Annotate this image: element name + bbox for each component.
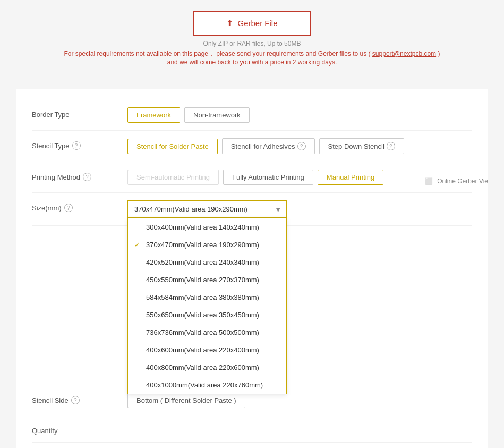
border-type-options: Framework Non-framework <box>127 107 472 123</box>
upload-section: ⬆ Gerber File Only ZIP or RAR files, Up … <box>16 11 488 66</box>
stencil-type-help-icon[interactable]: ? <box>72 141 81 150</box>
size-option-400x600[interactable]: 400x600mm(Valid area 220x400mm) <box>128 341 286 359</box>
size-option-550x650[interactable]: 550x650mm(Valid area 350x450mm) <box>128 306 286 324</box>
printing-manual[interactable]: Manual Printing <box>318 170 383 185</box>
size-row: Size(mm) ? 370x470mm(Valid area 190x290m… <box>32 193 472 226</box>
border-type-row: Border Type Framework Non-framework <box>32 100 472 131</box>
support-email-link[interactable]: support@nextpcb.com <box>372 50 436 57</box>
border-type-label: Border Type <box>32 107 127 119</box>
printing-method-options: Semi-automatic Printing Fully Automatic … <box>127 170 472 185</box>
size-option-584x584[interactable]: 584x584mm(Valid area 380x380mm) <box>128 289 286 306</box>
stencil-side-label: Stencil Side ? <box>32 393 127 404</box>
stencil-type-label: Stencil Type ? <box>32 138 127 150</box>
gerber-file-button[interactable]: ⬆ Gerber File <box>193 11 310 36</box>
form-section: Border Type Framework Non-framework Sten… <box>16 89 488 448</box>
stencil-side-help-icon[interactable]: ? <box>71 396 80 404</box>
quantity-row: Quantity <box>32 416 472 443</box>
size-select-display[interactable]: 370x470mm(Valid area 190x290mm) <box>127 200 287 218</box>
printing-semi-automatic[interactable]: Semi-automatic Printing <box>127 170 219 185</box>
gerber-button-label: Gerber File <box>237 19 277 28</box>
upload-icon: ⬆ <box>226 18 233 28</box>
printing-method-label: Printing Method ? <box>32 170 127 181</box>
stencil-type-row: Stencil Type ? Stencil for Solder Paste … <box>32 131 472 162</box>
quantity-label: Quantity <box>32 424 127 435</box>
size-option-370x470[interactable]: ✓ 370x470mm(Valid area 190x290mm) <box>128 236 286 253</box>
printing-fully-automatic[interactable]: Fully Automatic Printing <box>223 170 313 185</box>
size-option-400x1000[interactable]: 400x1000mm(Valid area 220x760mm) <box>128 376 286 394</box>
size-dropdown-menu: 300x400mm(Valid area 140x240mm) ✓ 370x47… <box>127 218 287 394</box>
size-help-icon[interactable]: ? <box>64 204 73 212</box>
special-note: For special requirements not available o… <box>64 49 440 66</box>
size-select-wrapper: 370x470mm(Valid area 190x290mm) ▼ 300x40… <box>127 200 287 218</box>
printing-method-row: Printing Method ? Semi-automatic Printin… <box>32 162 472 193</box>
size-option-300x400[interactable]: 300x400mm(Valid area 140x240mm) <box>128 218 286 236</box>
printing-method-help-icon[interactable]: ? <box>83 173 91 181</box>
stencil-type-step-down[interactable]: Step Down Stencil ? <box>319 138 404 154</box>
size-option-420x520[interactable]: 420x520mm(Valid area 240x340mm) <box>128 253 286 271</box>
size-option-450x550[interactable]: 450x550mm(Valid area 270x370mm) <box>128 271 286 289</box>
size-option-736x736[interactable]: 736x736mm(Valid area 500x500mm) <box>128 324 286 341</box>
border-type-framework[interactable]: Framework <box>127 107 180 123</box>
size-options: 370x470mm(Valid area 190x290mm) ▼ 300x40… <box>127 200 472 218</box>
stencil-step-down-help-icon[interactable]: ? <box>387 142 395 150</box>
size-label: Size(mm) ? <box>32 200 127 212</box>
size-option-400x800[interactable]: 400x800mm(Valid area 220x600mm) <box>128 359 286 376</box>
stencil-side-options: Bottom ( Different Solder Paste ) <box>127 393 472 408</box>
stencil-type-options: Stencil for Solder Paste Stencil for Adh… <box>127 138 472 154</box>
thickness-row: Thickness <box>32 443 472 448</box>
stencil-type-adhesives[interactable]: Stencil for Adhesives ? <box>222 138 315 154</box>
stencil-side-bottom-different[interactable]: Bottom ( Different Solder Paste ) <box>127 393 245 408</box>
stencil-type-solder-paste[interactable]: Stencil for Solder Paste <box>127 139 218 154</box>
stencil-adhesives-help-icon[interactable]: ? <box>297 142 306 150</box>
border-type-non-framework[interactable]: Non-framework <box>184 107 250 123</box>
upload-note: Only ZIP or RAR files, Up to 50MB <box>203 40 301 47</box>
page-container: ⬆ Gerber File Only ZIP or RAR files, Up … <box>0 0 504 448</box>
